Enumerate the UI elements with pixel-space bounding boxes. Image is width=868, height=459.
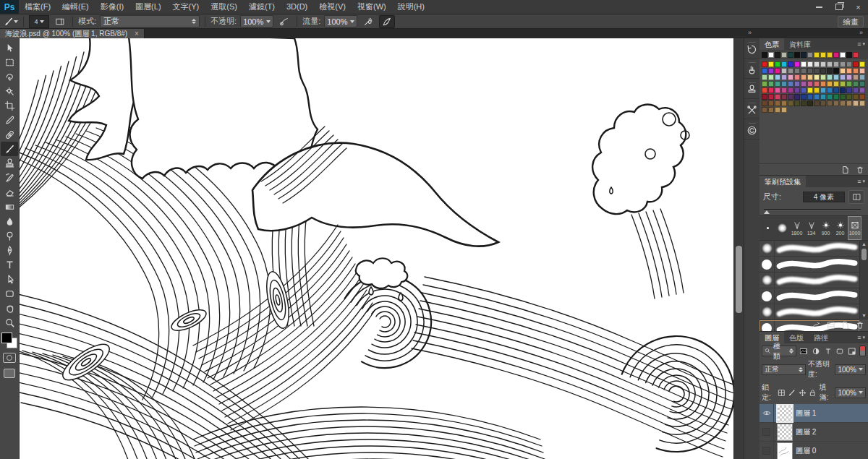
color-swatch[interactable] bbox=[859, 61, 865, 67]
blend-mode-select[interactable]: 正常 bbox=[100, 15, 200, 27]
color-swatch[interactable] bbox=[801, 68, 807, 74]
color-swatch[interactable] bbox=[820, 87, 826, 93]
color-swatch[interactable] bbox=[820, 74, 826, 80]
color-swatch[interactable] bbox=[775, 107, 780, 113]
brush-tip-1000[interactable]: 1000 bbox=[848, 216, 861, 240]
color-swatch[interactable] bbox=[859, 81, 865, 87]
zoom-tool[interactable] bbox=[1, 315, 18, 330]
color-swatch[interactable] bbox=[833, 74, 839, 80]
move-tool[interactable] bbox=[1, 40, 18, 55]
opacity-select[interactable]: 100% bbox=[240, 15, 273, 27]
color-swatch[interactable] bbox=[859, 100, 865, 106]
menu-1[interactable]: 檔案(F) bbox=[19, 0, 56, 14]
lock-position-icon[interactable] bbox=[799, 387, 807, 398]
collapse-dock-icon[interactable]: » bbox=[748, 30, 752, 36]
color-swatch[interactable] bbox=[801, 87, 807, 93]
layer-blend-select[interactable]: 正常 bbox=[762, 364, 806, 375]
color-swatch[interactable] bbox=[827, 61, 833, 67]
color-swatch[interactable] bbox=[814, 87, 820, 93]
menu-6[interactable]: 選取(S) bbox=[205, 0, 243, 14]
color-swatch[interactable] bbox=[846, 81, 852, 87]
color-swatch[interactable] bbox=[807, 74, 813, 80]
color-swatch[interactable] bbox=[768, 94, 774, 100]
recent-swatch[interactable] bbox=[827, 52, 833, 58]
color-swatch[interactable] bbox=[827, 100, 833, 106]
color-swatch[interactable] bbox=[775, 100, 780, 106]
color-swatch[interactable] bbox=[833, 100, 839, 106]
tool-preset-picker[interactable] bbox=[4, 16, 18, 27]
color-swatch[interactable] bbox=[827, 68, 833, 74]
lock-paint-icon[interactable] bbox=[788, 387, 796, 398]
lock-all-icon[interactable] bbox=[809, 387, 817, 398]
foreground-color[interactable] bbox=[1, 333, 12, 343]
tool-presets-panel-button[interactable] bbox=[744, 99, 760, 119]
blur-tool[interactable] bbox=[1, 214, 18, 228]
color-swatch[interactable] bbox=[775, 94, 780, 100]
color-swatch[interactable] bbox=[853, 81, 859, 87]
color-swatch[interactable] bbox=[820, 61, 826, 67]
color-swatch[interactable] bbox=[820, 81, 826, 87]
path-select-tool[interactable] bbox=[1, 272, 18, 286]
color-swatch[interactable] bbox=[762, 74, 767, 80]
pen-tool[interactable] bbox=[1, 243, 18, 257]
color-swatch[interactable] bbox=[807, 87, 813, 93]
flow-select[interactable]: 100% bbox=[324, 15, 357, 27]
filter-adjustment-icon[interactable] bbox=[811, 346, 821, 356]
color-swatch[interactable] bbox=[859, 87, 865, 93]
recent-swatch[interactable] bbox=[788, 52, 793, 58]
delete-swatch-icon[interactable] bbox=[856, 166, 864, 174]
color-swatch[interactable] bbox=[853, 74, 859, 80]
recent-swatch[interactable] bbox=[762, 52, 767, 58]
document-tab[interactable]: 海波浪.psd @ 100% (圖層 1, RGB/8#) × bbox=[0, 29, 145, 38]
clone-source-panel-button[interactable] bbox=[744, 79, 760, 99]
brushes-panel-button[interactable] bbox=[744, 59, 760, 79]
crop-tool[interactable] bbox=[1, 98, 18, 113]
toggle-brush-panel-button[interactable] bbox=[53, 16, 67, 27]
color-swatch[interactable] bbox=[781, 100, 787, 106]
color-swatch[interactable] bbox=[814, 74, 820, 80]
healing-tool[interactable] bbox=[1, 127, 18, 142]
panel-menu-icon[interactable]: ≡▾ bbox=[857, 38, 868, 50]
color-swatch[interactable] bbox=[781, 94, 787, 100]
quick-select-tool[interactable] bbox=[1, 84, 18, 98]
filter-toggle-switch[interactable] bbox=[859, 346, 866, 356]
color-swatch[interactable] bbox=[788, 81, 793, 87]
color-swatch[interactable] bbox=[794, 61, 800, 67]
color-swatch[interactable] bbox=[775, 81, 780, 87]
shape-tool[interactable] bbox=[1, 286, 18, 301]
brush-size-slider[interactable] bbox=[764, 206, 864, 214]
menu-10[interactable]: 視窗(W) bbox=[352, 0, 392, 14]
recent-swatch[interactable] bbox=[768, 52, 774, 58]
color-swatch[interactable] bbox=[781, 68, 787, 74]
color-swatch[interactable] bbox=[801, 61, 807, 67]
canvas-vertical-scrollbar[interactable] bbox=[733, 38, 744, 459]
dodge-tool[interactable] bbox=[1, 228, 18, 243]
screen-mode-button[interactable] bbox=[4, 369, 15, 378]
scrollbar-thumb[interactable] bbox=[736, 246, 742, 313]
color-swatch[interactable] bbox=[768, 61, 774, 67]
stroke-preview-toggle-icon[interactable] bbox=[811, 321, 821, 330]
color-swatch[interactable] bbox=[801, 74, 807, 80]
color-swatch[interactable] bbox=[762, 81, 767, 87]
color-swatch[interactable] bbox=[853, 68, 859, 74]
color-swatch[interactable] bbox=[762, 100, 767, 106]
color-swatch[interactable] bbox=[801, 81, 807, 87]
color-swatch[interactable] bbox=[814, 61, 820, 67]
color-swatch[interactable] bbox=[788, 100, 793, 106]
new-brush-icon[interactable] bbox=[841, 321, 850, 330]
eraser-tool[interactable] bbox=[1, 185, 18, 200]
layer-name[interactable]: 圖層 0 bbox=[796, 446, 816, 456]
color-swatch[interactable] bbox=[762, 94, 767, 100]
stamp-tool[interactable] bbox=[1, 156, 18, 171]
scrollbar-thumb[interactable] bbox=[861, 249, 867, 260]
color-swatch[interactable] bbox=[827, 81, 833, 87]
color-swatch[interactable] bbox=[840, 61, 846, 67]
tab-libraries[interactable]: 資料庫 bbox=[784, 38, 816, 50]
color-swatch[interactable] bbox=[775, 61, 780, 67]
color-swatch[interactable] bbox=[846, 94, 852, 100]
color-swatch[interactable] bbox=[768, 68, 774, 74]
color-swatch[interactable] bbox=[807, 61, 813, 67]
opacity-pressure-button[interactable] bbox=[277, 16, 292, 27]
color-swatch[interactable] bbox=[807, 68, 813, 74]
color-swatch[interactable] bbox=[775, 68, 780, 74]
